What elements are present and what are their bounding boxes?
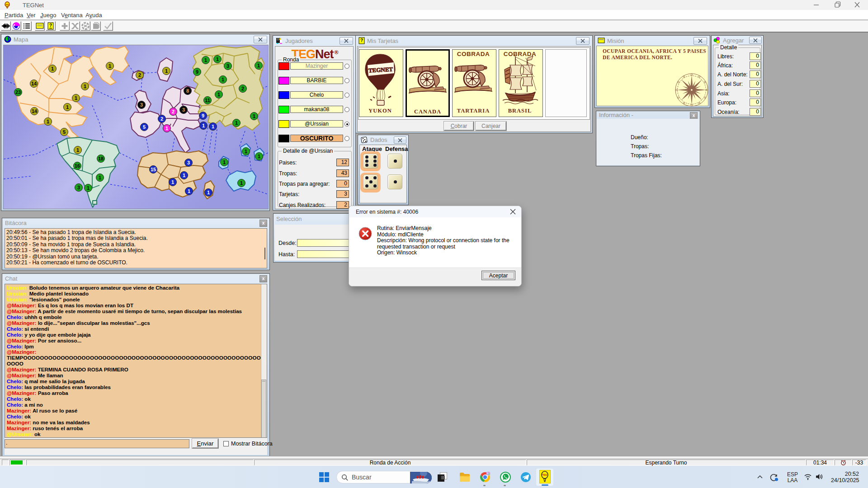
svg-text:1: 1 [207,190,210,195]
svg-text:1: 1 [47,119,49,124]
svg-text:9: 9 [196,69,198,75]
svg-text:TEG: TEG [5,4,9,6]
svg-text:1: 1 [87,185,90,191]
svg-text:3: 3 [226,63,229,69]
svg-text:1: 1 [66,104,69,110]
svg-text:1: 1 [235,120,238,126]
svg-text:3: 3 [140,102,143,108]
svg-text:1: 1 [253,113,255,119]
svg-text:11: 11 [205,98,210,103]
svg-text:1: 1 [75,95,77,101]
svg-text:COBRADA: COBRADA [457,51,490,57]
svg-text:TEGNET: TEGNET [368,66,393,74]
svg-text:1: 1 [216,56,219,62]
svg-text:5: 5 [143,124,146,130]
svg-text:1: 1 [223,160,226,165]
svg-text:CANADA: CANADA [414,108,441,115]
svg-text:1: 1 [84,84,86,89]
svg-text:18: 18 [98,156,104,161]
svg-text:3: 3 [77,185,80,190]
svg-text:1: 1 [188,188,190,194]
svg-text:1: 1 [245,149,247,154]
svg-text:1: 1 [204,57,207,63]
svg-text:1: 1 [99,175,101,180]
svg-text:TEG: TEG [542,474,547,476]
svg-text:1: 1 [217,92,220,97]
svg-text:1: 1 [51,66,54,71]
svg-text:14: 14 [32,108,38,114]
svg-text:3: 3 [187,160,190,165]
svg-text:1: 1 [171,179,174,185]
svg-text:TARTARIA: TARTARIA [457,108,490,114]
svg-text:23: 23 [15,89,21,95]
svg-text:?: ? [49,23,52,28]
svg-text:8: 8 [186,88,189,94]
svg-text:?: ? [360,38,363,43]
svg-text:1: 1 [108,63,111,69]
svg-text:5: 5 [63,129,66,135]
svg-text:2: 2 [160,116,163,122]
svg-text:1: 1 [183,173,185,178]
svg-text:16: 16 [75,163,80,169]
svg-text:1: 1 [202,123,205,128]
svg-text:1: 1 [165,68,168,74]
svg-text:1: 1 [165,126,168,131]
svg-text:9: 9 [202,113,204,118]
svg-text:2: 2 [172,109,175,114]
svg-text:1: 1 [76,147,79,153]
svg-text:3: 3 [182,107,185,113]
svg-text:14: 14 [31,81,37,86]
svg-text:BRASIL: BRASIL [508,108,532,114]
svg-text:2: 2 [138,72,141,78]
svg-text:1: 1 [212,124,214,129]
svg-text:2: 2 [241,86,244,91]
svg-text:1: 1 [240,180,243,186]
svg-text:1: 1 [222,77,224,82]
svg-text:1: 1 [258,154,260,159]
svg-text:YUKON: YUKON [368,108,392,114]
svg-text:15: 15 [151,167,156,172]
svg-text:1: 1 [257,63,260,68]
